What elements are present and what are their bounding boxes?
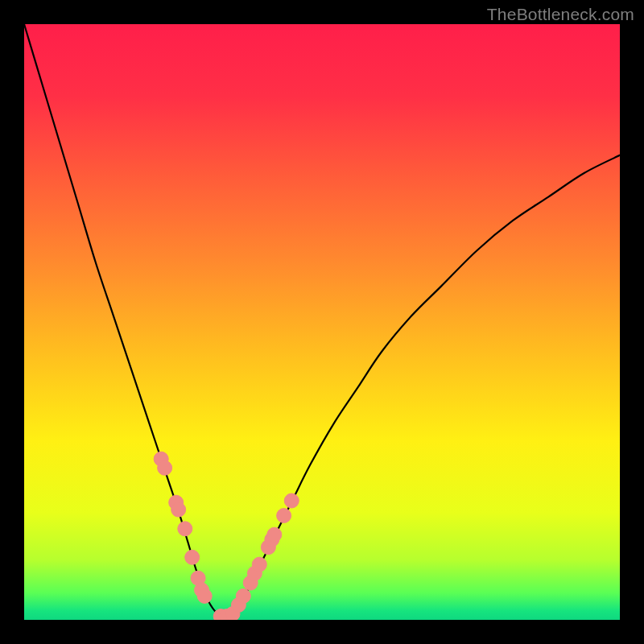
marker-point xyxy=(284,493,299,508)
marker-point xyxy=(236,588,250,603)
marker-point xyxy=(178,522,192,536)
marker-point xyxy=(277,509,291,523)
watermark-text: TheBottleneck.com xyxy=(487,5,634,24)
plot-area xyxy=(24,24,620,620)
marker-point xyxy=(185,550,200,564)
marker-point xyxy=(158,460,172,475)
marker-point xyxy=(171,502,186,517)
marker-point xyxy=(197,588,212,603)
chart-frame: TheBottleneck.com xyxy=(0,0,644,644)
bottleneck-curve xyxy=(24,24,620,617)
marker-point xyxy=(252,557,266,572)
marker-point xyxy=(267,527,282,542)
curve-layer xyxy=(24,24,620,620)
marker-group xyxy=(154,452,299,620)
